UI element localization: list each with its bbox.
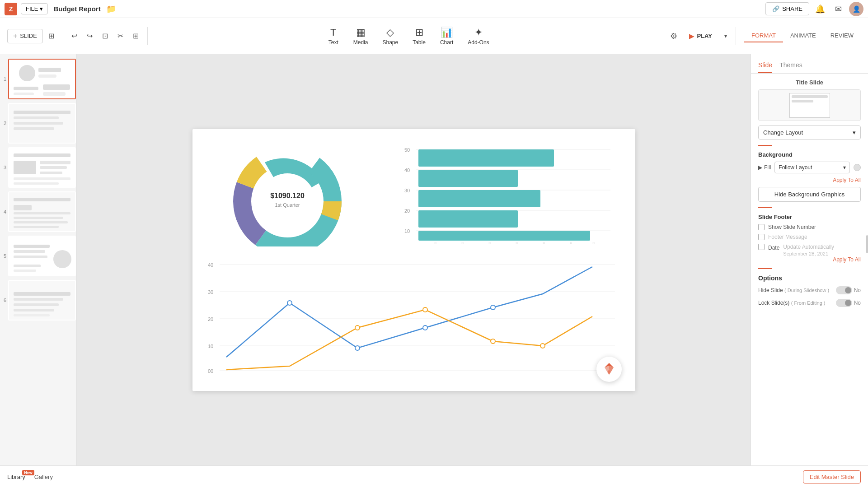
redo-button[interactable]: ↪: [83, 29, 97, 43]
play-button[interactable]: ▶ PLAY: [683, 30, 718, 42]
change-layout-button[interactable]: Change Layout ▾: [758, 125, 861, 139]
gallery-tab[interactable]: Gallery: [34, 472, 53, 482]
media-tool-button[interactable]: ▦ Media: [348, 24, 374, 48]
bar-chart: 50 40 30 20 10: [394, 138, 619, 246]
svg-rect-14: [14, 153, 70, 157]
lock-slide-track[interactable]: [836, 299, 852, 307]
svg-text:○: ○: [488, 241, 491, 245]
svg-rect-30: [14, 250, 45, 253]
play-icon: ▶: [689, 33, 694, 40]
slide-thumbnail-6[interactable]: [8, 280, 76, 321]
svg-point-83: [355, 325, 360, 330]
file-menu-button[interactable]: FILE ▾: [21, 3, 48, 14]
main-area: 1 2: [0, 54, 868, 465]
footer-message-row: Footer Message: [758, 234, 861, 240]
copy-button[interactable]: ⊞: [129, 29, 143, 43]
svg-text:30: 30: [404, 188, 409, 193]
title-slide-label: Title Slide: [758, 79, 861, 86]
document-title[interactable]: Budget Report: [53, 5, 100, 13]
svg-rect-39: [14, 309, 54, 311]
change-layout-label: Change Layout: [763, 129, 803, 136]
footer-message-checkbox[interactable]: [758, 234, 765, 240]
slide-thumbnail-3[interactable]: [8, 147, 76, 188]
follow-layout-label: Follow Layout: [779, 164, 812, 171]
review-tab[interactable]: REVIEW: [823, 29, 861, 42]
themes-tab[interactable]: Themes: [779, 59, 802, 73]
text-tool-button[interactable]: T Text: [323, 24, 344, 48]
svg-rect-2: [38, 68, 61, 72]
play-dropdown-button[interactable]: ▾: [720, 31, 731, 42]
apply-to-all-link-2[interactable]: Apply To All: [758, 256, 861, 263]
apply-to-all-link[interactable]: Apply To All: [758, 177, 861, 183]
svg-rect-18: [40, 172, 62, 174]
follow-layout-dropdown[interactable]: Follow Layout ▾: [774, 162, 850, 173]
svg-point-44: [259, 173, 315, 229]
hide-slide-toggle[interactable]: No: [836, 286, 861, 294]
share-icon: 🔗: [772, 5, 779, 12]
animate-tab[interactable]: ANIMATE: [783, 29, 823, 42]
color-swatch[interactable]: [854, 164, 861, 171]
table-tool-button[interactable]: ⊞ Table: [407, 24, 431, 48]
background-section-title: Background: [758, 151, 861, 158]
file-chevron-icon: ▾: [40, 5, 43, 12]
paste-button[interactable]: ⊡: [99, 29, 112, 43]
shape-tool-button[interactable]: ◇ Shape: [377, 24, 404, 48]
edit-master-slide-button[interactable]: Edit Master Slide: [803, 470, 861, 483]
plus-icon: +: [13, 32, 17, 40]
slide-canvas[interactable]: $1090.120 1st Quarter 50 40 30 20 10: [192, 129, 635, 391]
svg-rect-9: [14, 111, 70, 114]
slide-thumbnail-5[interactable]: [8, 236, 76, 276]
svg-rect-25: [14, 217, 63, 219]
footer-divider: [758, 207, 772, 208]
svg-rect-23: [14, 205, 32, 210]
slide-thumbnail-1[interactable]: [8, 59, 76, 99]
add-slide-button[interactable]: + SLIDE: [7, 29, 43, 43]
hide-slide-track[interactable]: [836, 286, 852, 294]
show-slide-number-row: Show Slide Number: [758, 224, 861, 230]
lock-slide-toggle[interactable]: No: [836, 299, 861, 307]
hide-background-graphics-button[interactable]: Hide Background Graphics: [758, 187, 861, 202]
svg-point-82: [491, 305, 495, 310]
format-tab[interactable]: FORMAT: [744, 29, 783, 42]
svg-text:00: 00: [207, 368, 213, 374]
layout-line-2: [792, 100, 813, 102]
lock-slide-row: Lock Slide(s) ( From Editing ) No: [758, 299, 861, 307]
svg-rect-12: [14, 127, 54, 130]
share-button[interactable]: 🔗 SHARE: [765, 2, 809, 15]
messages-icon[interactable]: ✉: [831, 2, 845, 16]
grid-view-button[interactable]: ⊞: [45, 29, 58, 43]
slide-thumbnail-2[interactable]: [8, 103, 76, 144]
slide-tab[interactable]: Slide: [758, 59, 772, 73]
lock-slide-toggle-label: No: [854, 300, 861, 306]
line-chart: 40 30 20 10 00: [199, 258, 624, 384]
show-slide-number-checkbox[interactable]: [758, 224, 765, 230]
svg-text:○: ○: [461, 241, 464, 245]
svg-text:○: ○: [570, 241, 572, 245]
dropdown-chevron-icon: ▾: [843, 164, 846, 171]
cut-button[interactable]: ✂: [114, 29, 127, 43]
hide-slide-row: Hide Slide ( During Slideshow ) No: [758, 286, 861, 294]
avatar[interactable]: 👤: [849, 2, 863, 16]
format-tabs: FORMAT ANIMATE REVIEW: [744, 29, 861, 42]
svg-point-32: [53, 250, 71, 268]
svg-point-81: [423, 325, 427, 330]
settings-button[interactable]: ⚙: [666, 29, 681, 43]
svg-rect-17: [40, 166, 67, 169]
notification-icon[interactable]: 🔔: [813, 2, 827, 16]
svg-point-79: [287, 301, 292, 305]
library-tab[interactable]: Library New: [7, 472, 25, 482]
hide-slide-toggle-label: No: [854, 287, 861, 293]
svg-rect-7: [43, 92, 66, 96]
addons-tool-button[interactable]: ✦ Add-Ons: [462, 24, 494, 48]
date-checkbox[interactable]: [758, 244, 765, 250]
ai-assistant-button[interactable]: [596, 357, 622, 382]
bar-chart-container: 50 40 30 20 10: [387, 134, 626, 251]
svg-rect-10: [14, 116, 59, 119]
undo-button[interactable]: ↩: [68, 29, 81, 43]
date-label: Date: [768, 244, 779, 251]
layout-preview: [758, 89, 861, 121]
chart-label: Chart: [440, 39, 453, 46]
chart-tool-button[interactable]: 📊 Chart: [435, 24, 459, 48]
slide-thumbnail-4[interactable]: [8, 191, 76, 232]
new-badge: New: [22, 470, 34, 475]
